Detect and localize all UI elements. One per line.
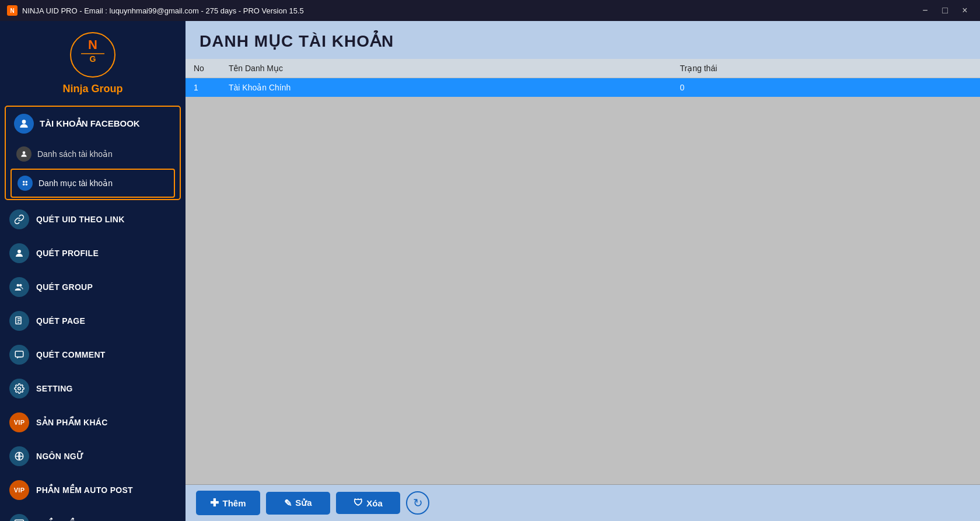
quet-comment-label: QUÉT COMMENT — [36, 350, 106, 359]
title-bar-left: N NINJA UID PRO - Email : luquynhmai99@g… — [7, 5, 304, 16]
auto-post-label: PHẦN MỀM AUTO POST — [36, 485, 133, 495]
shield-icon: 🛡 — [354, 498, 363, 508]
ngon-ngu-label: NGÔN NGỮ — [36, 452, 83, 461]
quet-page-label: QUÉT PAGE — [36, 316, 85, 326]
svg-rect-14 — [15, 351, 23, 357]
monitor-icon — [9, 514, 29, 521]
sidebar-item-danh-sach[interactable]: Danh sách tài khoản — [6, 141, 180, 167]
page-icon — [9, 311, 29, 331]
facebook-section: TÀI KHOẢN FACEBOOK Danh sách tài khoản D… — [5, 106, 181, 200]
edit-icon: ✎ — [284, 498, 292, 509]
title-bar-controls: − □ × — [917, 2, 973, 19]
them-label: Thêm — [222, 498, 246, 508]
xoa-button[interactable]: 🛡 Xóa — [336, 492, 400, 514]
svg-point-12 — [19, 284, 22, 287]
col-ten-danh-muc: Tên Danh Mục — [220, 59, 672, 78]
sidebar-item-san-pham[interactable]: VIP SẢN PHẨM KHÁC — [0, 405, 186, 439]
person-icon — [16, 146, 32, 162]
svg-point-15 — [18, 387, 21, 390]
cell-trang-thai: 0 — [672, 78, 980, 97]
app-icon: N — [7, 5, 18, 16]
grid-icon — [18, 176, 33, 191]
table-header: No Tên Danh Mục Trạng thái — [186, 59, 980, 78]
sidebar-item-ngon-ngu[interactable]: NGÔN NGỮ — [0, 439, 186, 473]
sidebar-item-quet-page[interactable]: QUÉT PAGE — [0, 304, 186, 338]
svg-point-4 — [22, 120, 26, 124]
content-area: DANH MỤC TÀI KHOẢN No Tên Danh Mục Trạng… — [186, 21, 980, 521]
maximize-button[interactable]: □ — [937, 2, 953, 19]
sua-label: Sửa — [295, 498, 312, 508]
col-trang-thai: Trạng thái — [672, 59, 980, 78]
language-icon — [9, 446, 29, 466]
title-bar: N NINJA UID PRO - Email : luquynhmai99@g… — [0, 0, 980, 21]
facebook-section-label: TÀI KHOẢN FACEBOOK — [40, 118, 140, 129]
facebook-section-title[interactable]: TÀI KHOẢN FACEBOOK — [6, 107, 180, 141]
xoa-label: Xóa — [366, 498, 383, 508]
table-row[interactable]: 1 Tài Khoản Chính 0 — [186, 78, 980, 97]
title-bar-text: NINJA UID PRO - Email : luquynhmai99@gma… — [22, 6, 304, 15]
svg-point-11 — [17, 284, 20, 287]
plus-icon: ✚ — [210, 496, 219, 509]
cell-no: 1 — [186, 78, 220, 97]
sidebar-logo: N G Ninja Group — [0, 21, 186, 103]
setting-label: SETTING — [36, 384, 73, 393]
sidebar-item-quet-group[interactable]: QUÉT GROUP — [0, 270, 186, 304]
sidebar-item-quet-uid[interactable]: QUÉT UID THEO LINK — [0, 202, 186, 236]
sidebar-item-setting[interactable]: SETTING — [0, 372, 186, 405]
cell-ten-danh-muc: Tài Khoản Chính — [220, 78, 672, 97]
link-icon — [9, 209, 29, 229]
sua-button[interactable]: ✎ Sửa — [266, 492, 330, 515]
close-button[interactable]: × — [957, 2, 973, 19]
gear-icon — [9, 379, 29, 398]
refresh-button[interactable]: ↻ — [406, 491, 429, 515]
ninja-group-logo: N G — [69, 32, 116, 81]
brand-name: Ninja Group — [63, 83, 123, 95]
bottom-toolbar: ✚ Thêm ✎ Sửa 🛡 Xóa ↻ — [186, 484, 980, 521]
svg-point-8 — [23, 184, 25, 186]
col-no: No — [186, 59, 220, 78]
group-icon — [9, 277, 29, 297]
danh-muc-label: Danh mục tài khoản — [38, 179, 113, 188]
facebook-icon — [14, 114, 34, 134]
danh-muc-table: No Tên Danh Mục Trạng thái 1 Tài Khoản C… — [186, 59, 980, 97]
quet-group-label: QUÉT GROUP — [36, 282, 93, 292]
them-button[interactable]: ✚ Thêm — [196, 491, 260, 515]
svg-point-6 — [23, 181, 25, 183]
danh-sach-label: Danh sách tài khoản — [37, 149, 113, 159]
content-header: DANH MỤC TÀI KHOẢN — [186, 21, 980, 59]
sidebar: N G Ninja Group TÀI KHOẢN FACEBOOK Danh — [0, 21, 186, 521]
sidebar-item-quet-profile[interactable]: QUÉT PROFILE — [0, 236, 186, 270]
quet-profile-label: QUÉT PROFILE — [36, 249, 99, 258]
refresh-icon: ↻ — [413, 496, 423, 510]
sidebar-item-quet-comment[interactable]: QUÉT COMMENT — [0, 338, 186, 372]
vip-icon-auto-post: VIP — [9, 480, 29, 500]
svg-point-5 — [23, 151, 26, 154]
quet-uid-label: QUÉT UID THEO LINK — [36, 215, 125, 224]
table-body: 1 Tài Khoản Chính 0 — [186, 78, 980, 97]
svg-text:G: G — [90, 54, 96, 64]
san-pham-label: SẢN PHẨM KHÁC — [36, 418, 108, 427]
sidebar-item-ninja-care[interactable]: PHẦN MỀN NINJA CARE — [0, 507, 186, 521]
sidebar-item-danh-muc[interactable]: Danh mục tài khoản — [10, 169, 175, 198]
profile-icon — [9, 243, 29, 263]
vip-icon-san-pham: VIP — [9, 412, 29, 432]
svg-point-7 — [26, 181, 28, 183]
sidebar-item-auto-post[interactable]: VIP PHẦN MỀM AUTO POST — [0, 473, 186, 507]
comment-icon — [9, 345, 29, 365]
table-container: No Tên Danh Mục Trạng thái 1 Tài Khoản C… — [186, 59, 980, 484]
svg-point-9 — [26, 184, 28, 186]
main-layout: N G Ninja Group TÀI KHOẢN FACEBOOK Danh — [0, 21, 980, 521]
svg-text:N: N — [88, 37, 97, 52]
page-title: DANH MỤC TÀI KHOẢN — [200, 32, 394, 50]
svg-point-10 — [18, 250, 21, 253]
minimize-button[interactable]: − — [917, 2, 933, 19]
